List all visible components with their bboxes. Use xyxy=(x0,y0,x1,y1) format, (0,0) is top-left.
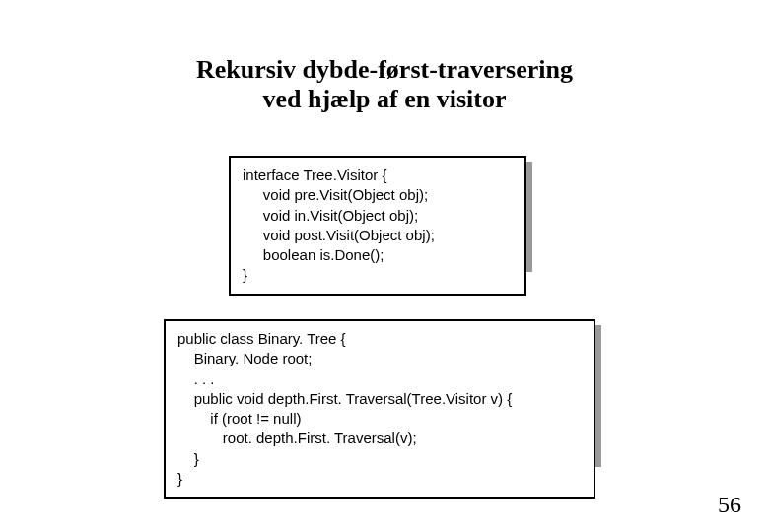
code-block-class: public class Binary. Tree { Binary. Node… xyxy=(164,319,595,499)
code-content-2: public class Binary. Tree { Binary. Node… xyxy=(164,319,595,499)
title-line-1: Rekursiv dybde-først-traversering xyxy=(196,55,573,84)
page-number: 56 xyxy=(718,492,741,518)
code-block-interface: interface Tree.Visitor { void pre.Visit(… xyxy=(229,156,526,296)
title-line-2: ved hjælp af en visitor xyxy=(263,85,507,113)
slide-title: Rekursiv dybde-først-traversering ved hj… xyxy=(0,55,769,114)
code-content-1: interface Tree.Visitor { void pre.Visit(… xyxy=(229,156,526,296)
